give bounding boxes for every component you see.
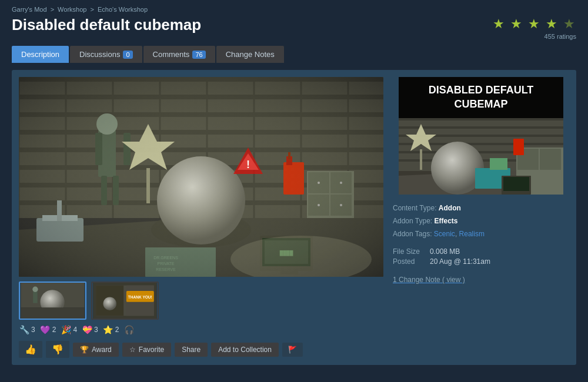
- svg-point-71: [103, 297, 116, 310]
- tab-discussions[interactable]: Discussions 0: [70, 46, 142, 63]
- addon-tag-realism[interactable]: Realism: [459, 230, 485, 238]
- tab-description[interactable]: Description: [12, 46, 69, 63]
- reaction-wrench: 🔧 3: [19, 324, 35, 335]
- title-row: Disabled default cubemap ★ ★ ★ ★ ★ 455 r…: [12, 16, 576, 40]
- star-rating: ★ ★ ★ ★ ★: [493, 16, 577, 32]
- reaction-heart-count: 2: [52, 326, 56, 334]
- award-button[interactable]: 🏆 Award: [73, 343, 119, 357]
- change-note-text: 1 Change Note: [393, 276, 440, 284]
- file-size-row: File Size 0.008 MB: [393, 247, 569, 256]
- svg-rect-80: [399, 118, 563, 120]
- file-info: File Size 0.008 MB Posted 20 Aug @ 11:31…: [393, 247, 569, 266]
- svg-rect-88: [420, 149, 422, 170]
- right-column: DISABLED DEFAULT CUBEMAP: [393, 77, 569, 358]
- svg-text:CUBEMAP: CUBEMAP: [454, 98, 507, 110]
- thumbnail-1[interactable]: [19, 282, 86, 320]
- preview-image: DISABLED DEFAULT CUBEMAP: [393, 77, 569, 195]
- tab-discussions-label: Discussions: [79, 50, 120, 59]
- file-size-value: 0.008 MB: [430, 247, 460, 256]
- tab-discussions-badge: 0: [123, 51, 132, 59]
- svg-rect-95: [503, 177, 529, 191]
- share-button[interactable]: Share: [175, 343, 208, 357]
- reaction-party-count: 4: [73, 326, 77, 334]
- star-3: ★: [528, 16, 541, 31]
- sparkleheart-icon: 💝: [82, 324, 92, 335]
- breadcrumb-echos-workshop[interactable]: Echo's Workshop: [98, 6, 148, 13]
- award-icon: 🏆: [80, 346, 89, 354]
- action-row: 👍 👎 🏆 Award ☆ Favorite Share Add to Coll…: [19, 341, 383, 358]
- thumbup-button[interactable]: 👍: [19, 341, 42, 358]
- change-note-link[interactable]: 1 Change Note ( view ): [393, 276, 465, 284]
- left-column: ! DR.GREENS: [19, 77, 383, 358]
- addon-type-row: Addon Type: Effects: [393, 216, 569, 226]
- reaction-star: ⭐ 2: [103, 324, 119, 335]
- posted-value: 20 Aug @ 11:31am: [430, 257, 490, 266]
- addon-tag-scenic[interactable]: Scenic: [434, 230, 455, 238]
- thumbdown-button[interactable]: 👎: [46, 341, 69, 358]
- tab-description-label: Description: [21, 50, 59, 59]
- addon-type-label: Addon Type:: [393, 217, 432, 225]
- change-note: 1 Change Note ( view ): [393, 274, 569, 284]
- tab-comments-badge: 76: [192, 51, 205, 59]
- tab-comments-label: Comments: [153, 50, 190, 59]
- reaction-sparkleheart-count: 3: [94, 326, 98, 334]
- change-note-view: ( view ): [442, 276, 465, 284]
- content-type-value: Addon: [439, 204, 461, 212]
- heart-icon: 💜: [40, 324, 51, 335]
- svg-rect-91: [540, 149, 561, 170]
- svg-rect-93: [490, 158, 507, 170]
- svg-rect-81: [399, 126, 563, 129]
- rating-count: 455 ratings: [493, 33, 577, 40]
- tabs-bar: Description Discussions 0 Comments 76 Ch…: [12, 46, 576, 63]
- breadcrumb-sep1: >: [51, 6, 56, 13]
- reaction-row: 🔧 3 💜 2 🎉 4 💝 3 ⭐ 2: [19, 324, 383, 335]
- reaction-sparkleheart: 💝 3: [82, 324, 98, 335]
- party-icon: 🎉: [61, 324, 71, 335]
- addon-metadata: Content Type: Addon Addon Type: Effects …: [393, 203, 569, 239]
- addon-tags-label: Addon Tags:: [393, 230, 432, 238]
- svg-text:DISABLED DEFAULT: DISABLED DEFAULT: [429, 84, 534, 96]
- star-5: ★: [563, 16, 576, 31]
- tab-comments[interactable]: Comments 76: [143, 46, 215, 63]
- svg-rect-61: [21, 307, 85, 319]
- wrench-icon: 🔧: [19, 324, 29, 335]
- breadcrumb-sep2: >: [91, 6, 96, 13]
- thumbnails-row: THANK YOU!: [19, 282, 383, 320]
- rating-block: ★ ★ ★ ★ ★ 455 ratings: [493, 16, 577, 40]
- favorite-button[interactable]: ☆ Favorite: [122, 343, 171, 357]
- svg-point-63: [32, 287, 38, 292]
- reaction-wrench-count: 3: [31, 326, 35, 334]
- star-4: ★: [546, 16, 559, 31]
- flag-button[interactable]: 🚩: [282, 343, 303, 357]
- tab-changenotes[interactable]: Change Notes: [216, 46, 284, 63]
- page-wrapper: Garry's Mod > Workshop > Echo's Workshop…: [0, 0, 588, 371]
- star-icon: ⭐: [103, 324, 113, 335]
- posted-label: Posted: [393, 257, 425, 266]
- main-screenshot[interactable]: ! DR.GREENS: [19, 77, 383, 277]
- breadcrumb-workshop[interactable]: Workshop: [58, 6, 86, 13]
- reaction-heart: 💜 2: [40, 324, 56, 335]
- star-icon-btn: ☆: [129, 346, 136, 354]
- share-label: Share: [182, 346, 201, 354]
- breadcrumb-garrysmod[interactable]: Garry's Mod: [12, 6, 47, 13]
- svg-text:THANK YOU!: THANK YOU!: [128, 295, 152, 299]
- favorite-label: Favorite: [139, 346, 164, 354]
- main-screenshot-svg: ! DR.GREENS: [19, 77, 383, 277]
- svg-rect-62: [33, 291, 38, 303]
- flag-icon: 🚩: [288, 346, 297, 354]
- award-label: Award: [92, 346, 112, 354]
- addon-tags-row: Addon Tags: Scenic, Realism: [393, 229, 569, 239]
- addtocollection-label: Add to Collection: [218, 346, 272, 354]
- page-title: Disabled default cubemap: [12, 16, 201, 33]
- posted-row: Posted 20 Aug @ 11:31am: [393, 257, 569, 266]
- content-area: ! DR.GREENS: [12, 70, 576, 365]
- star-2: ★: [510, 16, 523, 31]
- change-note-view-text: ( view ): [442, 276, 465, 284]
- svg-rect-96: [513, 139, 524, 155]
- addtocollection-button[interactable]: Add to Collection: [211, 343, 279, 357]
- breadcrumb: Garry's Mod > Workshop > Echo's Workshop: [12, 6, 576, 13]
- file-size-label: File Size: [393, 247, 425, 256]
- star-1: ★: [493, 16, 506, 31]
- reaction-headphone: 🎧: [123, 324, 134, 335]
- thumbnail-2[interactable]: THANK YOU!: [91, 282, 159, 320]
